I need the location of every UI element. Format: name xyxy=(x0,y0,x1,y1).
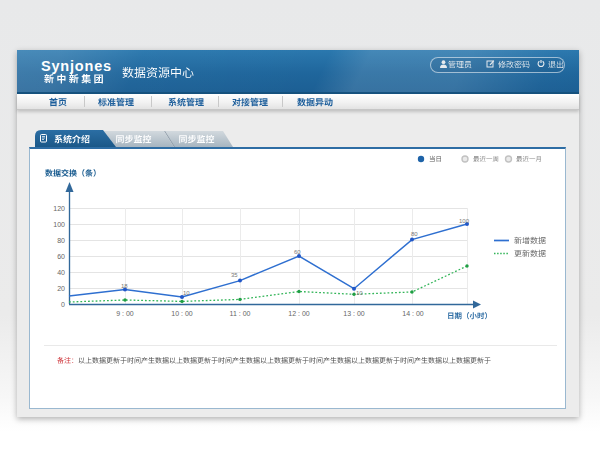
svg-text:10: 10 xyxy=(356,290,363,296)
svg-text:12 : 00: 12 : 00 xyxy=(288,310,310,317)
svg-text:120: 120 xyxy=(53,205,65,212)
svg-text:35: 35 xyxy=(231,272,238,278)
svg-text:60: 60 xyxy=(57,253,65,260)
svg-text:100: 100 xyxy=(459,218,470,224)
svg-text:13 : 00: 13 : 00 xyxy=(343,310,365,317)
svg-text:60: 60 xyxy=(294,249,301,255)
svg-text:18: 18 xyxy=(121,283,128,289)
svg-text:11 : 00: 11 : 00 xyxy=(230,310,251,317)
svg-text:14 : 00: 14 : 00 xyxy=(402,310,424,317)
svg-text:40: 40 xyxy=(57,269,65,276)
svg-text:20: 20 xyxy=(57,285,65,292)
svg-text:100: 100 xyxy=(53,221,65,228)
svg-text:10: 10 xyxy=(183,290,190,296)
svg-text:0: 0 xyxy=(61,301,65,308)
svg-text:9 : 00: 9 : 00 xyxy=(116,310,134,317)
svg-text:80: 80 xyxy=(411,231,418,237)
svg-text:80: 80 xyxy=(57,237,65,244)
svg-text:10 : 00: 10 : 00 xyxy=(171,310,193,317)
